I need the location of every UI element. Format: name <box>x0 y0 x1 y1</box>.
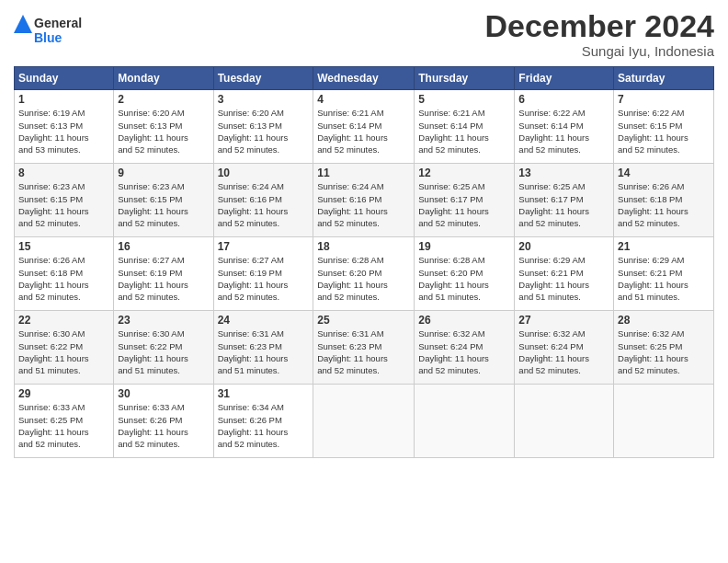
calendar-cell: 24Sunrise: 6:31 AMSunset: 6:23 PMDayligh… <box>213 311 313 385</box>
calendar-cell: 28Sunrise: 6:32 AMSunset: 6:25 PMDayligh… <box>614 311 714 385</box>
day-number: 19 <box>418 240 510 253</box>
week-row-2: 8Sunrise: 6:23 AMSunset: 6:15 PMDaylight… <box>15 164 714 237</box>
day-info: Sunrise: 6:34 AMSunset: 6:26 PMDaylight:… <box>218 401 310 450</box>
day-info: Sunrise: 6:30 AMSunset: 6:22 PMDaylight:… <box>118 327 209 376</box>
week-row-1: 1Sunrise: 6:19 AMSunset: 6:13 PMDaylight… <box>15 90 714 164</box>
day-number: 10 <box>218 167 310 179</box>
month-title: December 2024 <box>484 9 714 43</box>
calendar-cell: 10Sunrise: 6:24 AMSunset: 6:16 PMDayligh… <box>213 164 313 237</box>
location-subtitle: Sungai Iyu, Indonesia <box>484 43 714 59</box>
day-number: 20 <box>518 240 609 253</box>
day-number: 23 <box>118 314 209 327</box>
weekday-header-tuesday: Tuesday <box>213 67 313 90</box>
day-info: Sunrise: 6:30 AMSunset: 6:22 PMDaylight:… <box>18 327 109 376</box>
calendar-cell: 5Sunrise: 6:21 AMSunset: 6:14 PMDaylight… <box>415 90 515 164</box>
week-row-3: 15Sunrise: 6:26 AMSunset: 6:18 PMDayligh… <box>15 237 714 311</box>
day-info: Sunrise: 6:25 AMSunset: 6:17 PMDaylight:… <box>418 180 510 229</box>
day-number: 4 <box>317 93 410 106</box>
day-info: Sunrise: 6:20 AMSunset: 6:13 PMDaylight:… <box>218 107 310 155</box>
day-number: 29 <box>18 387 109 400</box>
day-number: 2 <box>118 93 209 106</box>
day-number: 14 <box>618 167 710 179</box>
title-area: December 2024 Sungai Iyu, Indonesia <box>484 9 714 59</box>
calendar-cell: 14Sunrise: 6:26 AMSunset: 6:18 PMDayligh… <box>614 164 714 237</box>
day-info: Sunrise: 6:23 AMSunset: 6:15 PMDaylight:… <box>118 180 209 229</box>
calendar-cell: 9Sunrise: 6:23 AMSunset: 6:15 PMDaylight… <box>114 164 213 237</box>
day-info: Sunrise: 6:25 AMSunset: 6:17 PMDaylight:… <box>518 180 609 229</box>
day-info: Sunrise: 6:32 AMSunset: 6:24 PMDaylight:… <box>418 327 510 376</box>
calendar-cell: 1Sunrise: 6:19 AMSunset: 6:13 PMDaylight… <box>15 90 114 164</box>
day-info: Sunrise: 6:22 AMSunset: 6:15 PMDaylight:… <box>618 107 710 155</box>
day-info: Sunrise: 6:32 AMSunset: 6:24 PMDaylight:… <box>518 327 609 376</box>
day-number: 15 <box>18 240 109 253</box>
day-number: 26 <box>418 314 510 327</box>
day-number: 7 <box>618 93 710 106</box>
day-info: Sunrise: 6:28 AMSunset: 6:20 PMDaylight:… <box>317 254 410 303</box>
calendar-cell: 20Sunrise: 6:29 AMSunset: 6:21 PMDayligh… <box>515 237 614 311</box>
day-number: 3 <box>218 93 310 106</box>
day-number: 6 <box>518 93 609 106</box>
day-number: 27 <box>518 314 609 327</box>
weekday-header-monday: Monday <box>114 67 213 90</box>
calendar-cell: 26Sunrise: 6:32 AMSunset: 6:24 PMDayligh… <box>415 311 515 385</box>
calendar-cell: 6Sunrise: 6:22 AMSunset: 6:14 PMDaylight… <box>515 90 614 164</box>
svg-marker-2 <box>14 15 32 33</box>
calendar-cell: 12Sunrise: 6:25 AMSunset: 6:17 PMDayligh… <box>415 164 515 237</box>
day-number: 11 <box>317 167 410 179</box>
day-number: 22 <box>18 314 109 327</box>
day-info: Sunrise: 6:29 AMSunset: 6:21 PMDaylight:… <box>618 254 710 303</box>
day-info: Sunrise: 6:21 AMSunset: 6:14 PMDaylight:… <box>418 107 510 155</box>
day-number: 17 <box>218 240 310 253</box>
calendar-cell: 19Sunrise: 6:28 AMSunset: 6:20 PMDayligh… <box>415 237 515 311</box>
day-info: Sunrise: 6:31 AMSunset: 6:23 PMDaylight:… <box>317 327 410 376</box>
day-info: Sunrise: 6:27 AMSunset: 6:19 PMDaylight:… <box>218 254 310 303</box>
calendar-cell: 23Sunrise: 6:30 AMSunset: 6:22 PMDayligh… <box>114 311 213 385</box>
week-row-4: 22Sunrise: 6:30 AMSunset: 6:22 PMDayligh… <box>15 311 714 385</box>
day-number: 9 <box>118 167 209 179</box>
day-info: Sunrise: 6:23 AMSunset: 6:15 PMDaylight:… <box>18 180 109 229</box>
day-number: 1 <box>18 93 109 106</box>
calendar-cell: 27Sunrise: 6:32 AMSunset: 6:24 PMDayligh… <box>515 311 614 385</box>
calendar-cell: 16Sunrise: 6:27 AMSunset: 6:19 PMDayligh… <box>114 237 213 311</box>
day-info: Sunrise: 6:33 AMSunset: 6:26 PMDaylight:… <box>118 401 209 450</box>
calendar-cell <box>313 385 415 458</box>
day-number: 13 <box>518 167 609 179</box>
week-row-5: 29Sunrise: 6:33 AMSunset: 6:25 PMDayligh… <box>15 385 714 458</box>
day-info: Sunrise: 6:29 AMSunset: 6:21 PMDaylight:… <box>518 254 609 303</box>
day-number: 8 <box>18 167 109 179</box>
calendar-cell <box>614 385 714 458</box>
svg-text:Blue: Blue <box>34 30 63 45</box>
logo-svg: General Blue <box>14 13 97 52</box>
day-info: Sunrise: 6:26 AMSunset: 6:18 PMDaylight:… <box>18 254 109 303</box>
calendar-page: General Blue December 2024 Sungai Iyu, I… <box>0 0 728 563</box>
day-info: Sunrise: 6:33 AMSunset: 6:25 PMDaylight:… <box>18 401 109 450</box>
svg-text:General: General <box>34 16 82 30</box>
day-info: Sunrise: 6:26 AMSunset: 6:18 PMDaylight:… <box>618 180 710 229</box>
day-info: Sunrise: 6:31 AMSunset: 6:23 PMDaylight:… <box>218 327 310 376</box>
day-info: Sunrise: 6:27 AMSunset: 6:19 PMDaylight:… <box>118 254 209 303</box>
calendar-cell: 22Sunrise: 6:30 AMSunset: 6:22 PMDayligh… <box>15 311 114 385</box>
day-number: 18 <box>317 240 410 253</box>
day-number: 30 <box>118 387 209 400</box>
calendar-cell: 25Sunrise: 6:31 AMSunset: 6:23 PMDayligh… <box>313 311 415 385</box>
day-info: Sunrise: 6:20 AMSunset: 6:13 PMDaylight:… <box>118 107 209 155</box>
weekday-header-row: SundayMondayTuesdayWednesdayThursdayFrid… <box>15 67 714 90</box>
day-number: 28 <box>618 314 710 327</box>
calendar-cell <box>415 385 515 458</box>
weekday-header-thursday: Thursday <box>415 67 515 90</box>
calendar-cell: 2Sunrise: 6:20 AMSunset: 6:13 PMDaylight… <box>114 90 213 164</box>
day-info: Sunrise: 6:21 AMSunset: 6:14 PMDaylight:… <box>317 107 410 155</box>
calendar-table: SundayMondayTuesdayWednesdayThursdayFrid… <box>14 66 714 458</box>
day-info: Sunrise: 6:28 AMSunset: 6:20 PMDaylight:… <box>418 254 510 303</box>
day-info: Sunrise: 6:24 AMSunset: 6:16 PMDaylight:… <box>317 180 410 229</box>
calendar-cell: 17Sunrise: 6:27 AMSunset: 6:19 PMDayligh… <box>213 237 313 311</box>
day-info: Sunrise: 6:24 AMSunset: 6:16 PMDaylight:… <box>218 180 310 229</box>
weekday-header-wednesday: Wednesday <box>313 67 415 90</box>
day-info: Sunrise: 6:22 AMSunset: 6:14 PMDaylight:… <box>518 107 609 155</box>
weekday-header-saturday: Saturday <box>614 67 714 90</box>
calendar-cell: 15Sunrise: 6:26 AMSunset: 6:18 PMDayligh… <box>15 237 114 311</box>
day-number: 25 <box>317 314 410 327</box>
calendar-cell: 3Sunrise: 6:20 AMSunset: 6:13 PMDaylight… <box>213 90 313 164</box>
day-number: 16 <box>118 240 209 253</box>
day-number: 31 <box>218 387 310 400</box>
